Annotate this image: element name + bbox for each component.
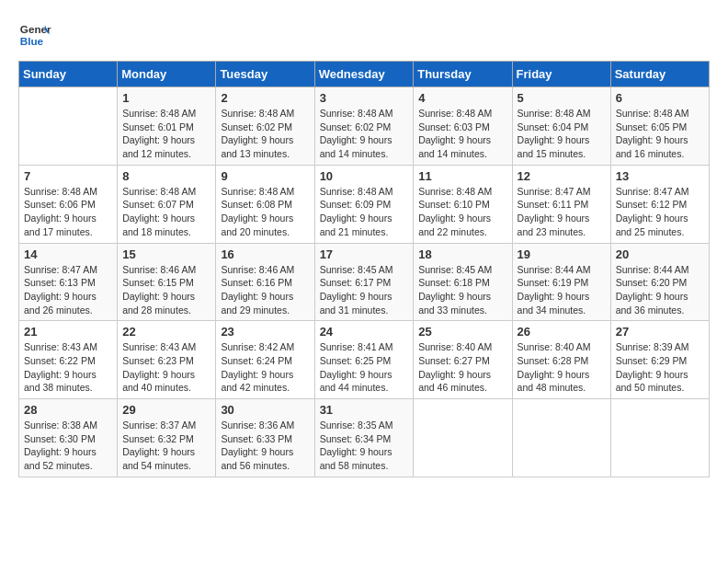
calendar-cell (19, 87, 118, 166)
day-number: 15 (122, 247, 210, 261)
day-info: Sunrise: 8:44 AMSunset: 6:20 PMDaylight:… (616, 263, 704, 317)
calendar-cell: 26Sunrise: 8:40 AMSunset: 6:28 PMDayligh… (512, 321, 610, 399)
column-header-monday: Monday (118, 62, 216, 87)
calendar-week-row: 7Sunrise: 8:48 AMSunset: 6:06 PMDaylight… (19, 165, 710, 243)
calendar-cell: 9Sunrise: 8:48 AMSunset: 6:08 PMDaylight… (216, 165, 314, 243)
calendar-cell (610, 399, 709, 477)
day-number: 28 (24, 403, 112, 417)
column-header-saturday: Saturday (610, 62, 709, 87)
calendar-cell: 18Sunrise: 8:45 AMSunset: 6:18 PMDayligh… (414, 243, 512, 321)
day-number: 29 (122, 403, 210, 417)
calendar-cell: 21Sunrise: 8:43 AMSunset: 6:22 PMDayligh… (19, 321, 118, 399)
day-info: Sunrise: 8:48 AMSunset: 6:06 PMDaylight:… (24, 185, 112, 239)
day-number: 10 (320, 169, 409, 183)
day-number: 16 (221, 247, 309, 261)
day-info: Sunrise: 8:46 AMSunset: 6:15 PMDaylight:… (122, 263, 210, 317)
calendar-cell: 17Sunrise: 8:45 AMSunset: 6:17 PMDayligh… (314, 243, 414, 321)
day-info: Sunrise: 8:39 AMSunset: 6:29 PMDaylight:… (616, 340, 704, 395)
day-info: Sunrise: 8:44 AMSunset: 6:19 PMDaylight:… (518, 263, 606, 317)
day-number: 27 (616, 325, 704, 339)
day-number: 23 (221, 325, 309, 339)
calendar-cell: 8Sunrise: 8:48 AMSunset: 6:07 PMDaylight… (118, 165, 216, 243)
day-info: Sunrise: 8:48 AMSunset: 6:04 PMDaylight:… (518, 107, 606, 161)
day-number: 12 (518, 169, 606, 183)
day-number: 26 (518, 325, 606, 339)
day-number: 2 (221, 91, 309, 105)
day-info: Sunrise: 8:48 AMSunset: 6:05 PMDaylight:… (616, 107, 704, 161)
day-info: Sunrise: 8:42 AMSunset: 6:24 PMDaylight:… (221, 340, 309, 395)
column-header-friday: Friday (512, 62, 610, 87)
day-info: Sunrise: 8:48 AMSunset: 6:08 PMDaylight:… (221, 185, 309, 239)
column-header-wednesday: Wednesday (314, 62, 414, 87)
day-number: 24 (320, 325, 409, 339)
calendar-cell: 14Sunrise: 8:47 AMSunset: 6:13 PMDayligh… (19, 243, 118, 321)
day-info: Sunrise: 8:40 AMSunset: 6:27 PMDaylight:… (418, 340, 506, 395)
day-info: Sunrise: 8:48 AMSunset: 6:02 PMDaylight:… (221, 107, 309, 161)
calendar-cell: 24Sunrise: 8:41 AMSunset: 6:25 PMDayligh… (314, 321, 414, 399)
calendar-header-row: SundayMondayTuesdayWednesdayThursdayFrid… (19, 62, 710, 87)
day-number: 11 (418, 169, 506, 183)
day-number: 31 (320, 403, 409, 417)
day-info: Sunrise: 8:48 AMSunset: 6:09 PMDaylight:… (320, 185, 409, 239)
day-number: 22 (122, 325, 210, 339)
calendar-cell: 10Sunrise: 8:48 AMSunset: 6:09 PMDayligh… (314, 165, 414, 243)
svg-text:Blue: Blue (20, 35, 44, 47)
calendar-cell: 20Sunrise: 8:44 AMSunset: 6:20 PMDayligh… (610, 243, 709, 321)
day-info: Sunrise: 8:43 AMSunset: 6:23 PMDaylight:… (122, 340, 210, 395)
logo-icon: General Blue (18, 18, 51, 52)
day-info: Sunrise: 8:40 AMSunset: 6:28 PMDaylight:… (518, 340, 606, 395)
day-info: Sunrise: 8:48 AMSunset: 6:07 PMDaylight:… (122, 185, 210, 239)
calendar-cell: 6Sunrise: 8:48 AMSunset: 6:05 PMDaylight… (610, 87, 709, 166)
day-number: 13 (616, 169, 704, 183)
calendar-cell: 5Sunrise: 8:48 AMSunset: 6:04 PMDaylight… (512, 87, 610, 166)
calendar-cell: 7Sunrise: 8:48 AMSunset: 6:06 PMDaylight… (19, 165, 118, 243)
day-number: 6 (616, 91, 704, 105)
day-number: 4 (418, 91, 506, 105)
day-info: Sunrise: 8:48 AMSunset: 6:01 PMDaylight:… (122, 107, 210, 161)
calendar-cell (512, 399, 610, 477)
page-header: General Blue (18, 18, 710, 52)
calendar-cell: 22Sunrise: 8:43 AMSunset: 6:23 PMDayligh… (118, 321, 216, 399)
calendar-cell: 23Sunrise: 8:42 AMSunset: 6:24 PMDayligh… (216, 321, 314, 399)
calendar-table: SundayMondayTuesdayWednesdayThursdayFrid… (18, 61, 710, 477)
column-header-tuesday: Tuesday (216, 62, 314, 87)
day-info: Sunrise: 8:36 AMSunset: 6:33 PMDaylight:… (221, 419, 309, 473)
calendar-cell: 15Sunrise: 8:46 AMSunset: 6:15 PMDayligh… (118, 243, 216, 321)
calendar-cell: 1Sunrise: 8:48 AMSunset: 6:01 PMDaylight… (118, 87, 216, 166)
day-number: 3 (320, 91, 409, 105)
day-number: 30 (221, 403, 309, 417)
day-number: 25 (418, 325, 506, 339)
day-info: Sunrise: 8:48 AMSunset: 6:10 PMDaylight:… (418, 185, 506, 239)
day-info: Sunrise: 8:37 AMSunset: 6:32 PMDaylight:… (122, 419, 210, 473)
calendar-cell: 25Sunrise: 8:40 AMSunset: 6:27 PMDayligh… (414, 321, 512, 399)
day-info: Sunrise: 8:43 AMSunset: 6:22 PMDaylight:… (24, 340, 112, 395)
calendar-week-row: 1Sunrise: 8:48 AMSunset: 6:01 PMDaylight… (19, 87, 710, 166)
day-number: 20 (616, 247, 704, 261)
day-info: Sunrise: 8:47 AMSunset: 6:13 PMDaylight:… (24, 263, 112, 317)
calendar-cell: 19Sunrise: 8:44 AMSunset: 6:19 PMDayligh… (512, 243, 610, 321)
calendar-cell: 12Sunrise: 8:47 AMSunset: 6:11 PMDayligh… (512, 165, 610, 243)
calendar-cell: 29Sunrise: 8:37 AMSunset: 6:32 PMDayligh… (118, 399, 216, 477)
day-info: Sunrise: 8:47 AMSunset: 6:12 PMDaylight:… (616, 185, 704, 239)
day-info: Sunrise: 8:46 AMSunset: 6:16 PMDaylight:… (221, 263, 309, 317)
day-number: 1 (122, 91, 210, 105)
day-number: 19 (518, 247, 606, 261)
calendar-cell: 4Sunrise: 8:48 AMSunset: 6:03 PMDaylight… (414, 87, 512, 166)
day-info: Sunrise: 8:38 AMSunset: 6:30 PMDaylight:… (24, 419, 112, 473)
day-info: Sunrise: 8:48 AMSunset: 6:02 PMDaylight:… (320, 107, 409, 161)
calendar-cell: 28Sunrise: 8:38 AMSunset: 6:30 PMDayligh… (19, 399, 118, 477)
logo: General Blue (18, 18, 51, 52)
calendar-cell: 13Sunrise: 8:47 AMSunset: 6:12 PMDayligh… (610, 165, 709, 243)
calendar-cell (414, 399, 512, 477)
day-number: 9 (221, 169, 309, 183)
column-header-thursday: Thursday (414, 62, 512, 87)
day-info: Sunrise: 8:35 AMSunset: 6:34 PMDaylight:… (320, 419, 409, 473)
calendar-cell: 2Sunrise: 8:48 AMSunset: 6:02 PMDaylight… (216, 87, 314, 166)
day-info: Sunrise: 8:45 AMSunset: 6:18 PMDaylight:… (418, 263, 506, 317)
column-header-sunday: Sunday (19, 62, 118, 87)
day-number: 8 (122, 169, 210, 183)
calendar-cell: 16Sunrise: 8:46 AMSunset: 6:16 PMDayligh… (216, 243, 314, 321)
day-number: 14 (24, 247, 112, 261)
calendar-cell: 11Sunrise: 8:48 AMSunset: 6:10 PMDayligh… (414, 165, 512, 243)
day-number: 5 (518, 91, 606, 105)
